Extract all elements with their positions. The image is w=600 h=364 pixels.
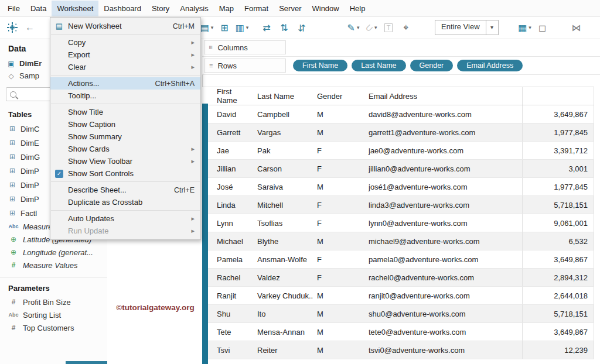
new-dashboard-icon[interactable]: ⊞ — [216, 20, 233, 35]
field-item-longitude-generat[interactable]: ⊕Longitude (generat... — [0, 246, 107, 259]
cell-gender[interactable]: F — [313, 142, 365, 160]
col-header-gender[interactable]: Gender — [313, 87, 365, 105]
field-item-sorting-list[interactable]: AbcSorting List — [0, 308, 107, 321]
cell-email[interactable]: tsvi0@adventure-works.com — [365, 341, 522, 359]
cell-last-name[interactable]: Reiter — [254, 341, 313, 359]
share-icon[interactable]: ⋈ — [568, 20, 585, 35]
cell-email[interactable]: ranjit0@adventure-works.com — [365, 287, 522, 305]
cell-last-name[interactable]: Mensa-Annan — [254, 323, 313, 341]
cell-value[interactable]: 6,532 — [522, 232, 594, 250]
menubar-item-file[interactable]: File — [2, 1, 25, 16]
cell-value[interactable]: 5,718,151 — [522, 196, 594, 214]
cell-email[interactable]: garrett1@adventure-works.com — [365, 123, 522, 142]
cell-last-name[interactable]: Mitchell — [254, 196, 313, 214]
cell-gender[interactable]: M — [313, 287, 365, 305]
cell-email[interactable]: jae0@adventure-works.com — [365, 142, 522, 160]
cell-last-name[interactable]: Ansman-Wolfe — [254, 250, 313, 269]
cell-value[interactable]: 5,718,151 — [522, 305, 594, 323]
cell-last-name[interactable]: Ito — [254, 305, 313, 323]
menubar-item-worksheet[interactable]: Worksheet — [52, 1, 98, 16]
menu-item-show-sort-controls[interactable]: ✓Show Sort Controls — [50, 167, 200, 180]
cell-gender[interactable]: M — [313, 323, 365, 341]
cell-last-name[interactable]: Tsoflias — [254, 214, 313, 232]
show-me-dropdown-icon[interactable]: ▦▾ — [516, 20, 534, 35]
cell-last-name[interactable]: Campbell — [254, 105, 313, 123]
sort-ascending-icon[interactable]: ⇅ — [275, 20, 293, 35]
cell-first-name[interactable]: José — [202, 178, 254, 196]
cell-email[interactable]: michael9@adventure-works.com — [365, 232, 522, 250]
cell-first-name[interactable]: Jillian — [202, 160, 254, 178]
cell-value[interactable]: 1,977,845 — [522, 123, 594, 142]
cell-value[interactable]: 2,644,018 — [522, 287, 594, 305]
cell-first-name[interactable]: Garrett — [202, 123, 254, 142]
cell-last-name[interactable]: Carson — [254, 160, 313, 178]
highlight-dropdown-icon[interactable]: ✎▾ — [345, 20, 362, 35]
menubar-item-analysis[interactable]: Analysis — [175, 1, 213, 16]
cell-gender[interactable]: F — [313, 250, 365, 269]
menubar-item-format[interactable]: Format — [239, 1, 274, 16]
cell-gender[interactable]: M — [313, 178, 365, 196]
cell-value[interactable]: 1,977,845 — [522, 178, 594, 196]
rows-shelf[interactable]: ≡ Rows First NameLast NameGenderEmail Ad… — [202, 57, 600, 75]
menu-item-show-view-toolbar[interactable]: Show View Toolbar▸ — [50, 155, 200, 167]
cell-value[interactable]: 3,391,712 — [522, 142, 594, 160]
field-item-measure-values[interactable]: #Measure Values — [0, 259, 107, 272]
cell-gender[interactable]: M — [313, 232, 365, 250]
cell-last-name[interactable]: Pak — [254, 142, 313, 160]
menubar-item-window[interactable]: Window — [306, 1, 344, 16]
field-item-top-customers[interactable]: #Top Customers — [0, 321, 107, 334]
cell-first-name[interactable]: David — [202, 105, 254, 123]
columns-shelf[interactable]: ≡ Columns — [202, 39, 600, 57]
cell-value[interactable]: 9,061,001 — [522, 214, 594, 232]
cell-first-name[interactable]: Rachel — [202, 269, 254, 287]
menu-item-clear[interactable]: Clear▸ — [50, 61, 200, 73]
menu-item-show-cards[interactable]: Show Cards▸ — [50, 143, 200, 155]
pill-first-name[interactable]: First Name — [293, 60, 347, 71]
pill-email-address[interactable]: Email Address — [457, 60, 523, 71]
cell-value[interactable]: 3,649,867 — [522, 250, 594, 269]
cell-email[interactable]: josé1@adventure-works.com — [365, 178, 522, 196]
cell-value[interactable]: 12,239 — [522, 341, 594, 359]
pill-last-name[interactable]: Last Name — [352, 60, 405, 71]
menu-item-show-caption[interactable]: Show Caption — [50, 118, 200, 131]
cell-value[interactable]: 3,649,867 — [522, 105, 594, 123]
cell-email[interactable]: pamela0@adventure-works.com — [365, 250, 522, 269]
duplicate-sheet-dropdown-icon[interactable]: ▥▾ — [233, 20, 251, 35]
menubar-item-dashboard[interactable]: Dashboard — [98, 1, 146, 16]
cell-email[interactable]: rachel0@adventure-works.com — [365, 269, 522, 287]
menubar-item-story[interactable]: Story — [146, 1, 175, 16]
cell-email[interactable]: linda3@adventure-works.com — [365, 196, 522, 214]
cell-email[interactable]: shu0@adventure-works.com — [365, 305, 522, 323]
cell-first-name[interactable]: Ranjit — [202, 287, 254, 305]
menu-item-new-worksheet[interactable]: ▤New WorksheetCtrl+M — [50, 20, 200, 32]
bottom-scroll-strip[interactable] — [66, 361, 107, 364]
cell-last-name[interactable]: Vargas — [254, 123, 313, 142]
cell-gender[interactable]: F — [313, 269, 365, 287]
cell-last-name[interactable]: Valdez — [254, 269, 313, 287]
tableau-logo-icon[interactable] — [4, 20, 21, 35]
col-header-value[interactable] — [522, 87, 594, 105]
cell-first-name[interactable]: Michael — [202, 232, 254, 250]
field-item-profit-bin-size[interactable]: #Profit Bin Size — [0, 296, 107, 308]
chevron-down-icon[interactable]: ▾ — [486, 20, 498, 35]
cell-gender[interactable]: F — [313, 196, 365, 214]
menu-item-show-title[interactable]: Show Title — [50, 106, 200, 118]
menubar-item-server[interactable]: Server — [274, 1, 306, 16]
menubar-item-map[interactable]: Map — [214, 1, 239, 16]
cell-first-name[interactable]: Linda — [202, 196, 254, 214]
menu-item-export[interactable]: Export▸ — [50, 49, 200, 61]
cell-value[interactable]: 2,894,312 — [522, 269, 594, 287]
fit-selector[interactable]: Entire View▾ — [435, 20, 499, 35]
cell-email[interactable]: tete0@adventure-works.com — [365, 323, 522, 341]
cell-first-name[interactable]: Jae — [202, 142, 254, 160]
cell-email[interactable]: jillian0@adventure-works.com — [365, 160, 522, 178]
col-header-last-name[interactable]: Last Name — [254, 87, 313, 105]
swap-rows-columns-icon[interactable]: ⇄ — [258, 20, 275, 35]
col-header-email[interactable]: Email Address — [365, 87, 522, 105]
menu-item-describe-sheet[interactable]: Describe Sheet...Ctrl+E — [50, 184, 200, 196]
cell-gender[interactable]: F — [313, 214, 365, 232]
cell-value[interactable]: 3,001 — [522, 160, 594, 178]
cell-email[interactable]: david8@adventure-works.com — [365, 105, 522, 123]
cell-gender[interactable]: M — [313, 123, 365, 142]
menu-item-duplicate-as-crosstab[interactable]: Duplicate as Crosstab — [50, 196, 200, 208]
